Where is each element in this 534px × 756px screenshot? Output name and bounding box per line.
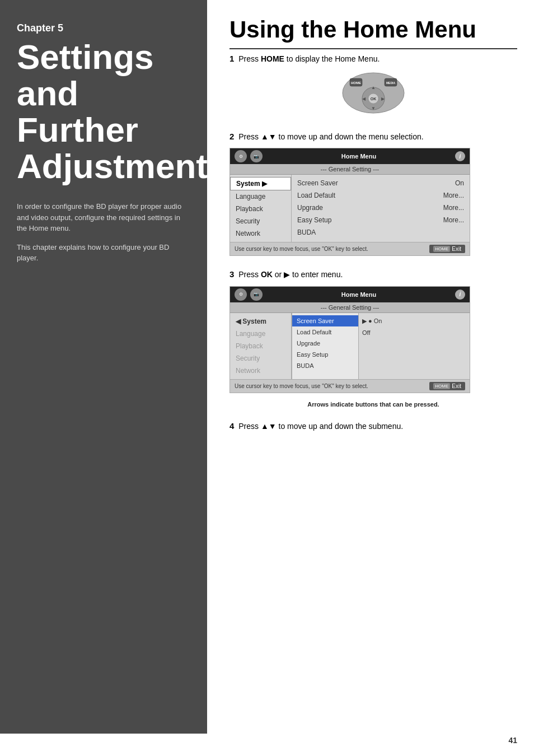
menu-item-language-2[interactable]: Language xyxy=(230,328,291,340)
menu-item-security[interactable]: Security xyxy=(230,215,291,227)
submenu-screensaver[interactable]: Screen Saver xyxy=(292,315,358,326)
menu-right-1: Screen SaverOn Load DefaultMore... Upgra… xyxy=(292,175,470,242)
home-badge-1: HOME xyxy=(433,246,450,252)
menu-footer-2: Use cursor key to move focus, use "OK" k… xyxy=(230,379,470,393)
menu-screenshot-2: ⚙ 📷 Home Menu i --- General Setting --- … xyxy=(229,286,470,393)
svg-text:▲: ▲ xyxy=(371,85,376,90)
submenu-easysetup[interactable]: Easy Setup xyxy=(292,349,358,360)
arrows-note: Arrows indicate buttons that can be pres… xyxy=(229,401,517,408)
step1-text: 1 Press HOME to display the Home Menu. xyxy=(229,53,517,65)
menu-right-upgrade: UpgradeMore... xyxy=(292,202,470,214)
submenu-val-off: Off xyxy=(359,327,398,338)
page-number: 41 xyxy=(508,736,517,745)
svg-text:▶: ▶ xyxy=(381,96,385,101)
menu-exit-2[interactable]: HOME Exit xyxy=(429,382,465,390)
menu-header-2: ⚙ 📷 Home Menu i xyxy=(230,287,470,302)
step-3: 3 Press OK or ▶ to enter menu. ⚙ 📷 Home … xyxy=(229,268,517,408)
step3-text: 3 Press OK or ▶ to enter menu. xyxy=(229,268,517,281)
menu-item-language[interactable]: Language xyxy=(230,190,291,203)
chapter-title: Settings and Further Adjustments xyxy=(17,39,190,184)
menu-item-system[interactable]: System ▶ xyxy=(230,177,291,190)
menu-submenu: Screen Saver Load Default Upgrade Easy S… xyxy=(292,313,359,379)
menu-item-network[interactable]: Network xyxy=(230,227,291,240)
menu-info-icon-2: i xyxy=(455,290,465,300)
menu-title-1: Home Menu xyxy=(341,153,376,160)
menu-item-playback-2[interactable]: Playback xyxy=(230,340,291,352)
menu-footer-1: Use cursor key to move focus, use "OK" k… xyxy=(230,242,470,255)
menu-footer-text-1: Use cursor key to move focus, use "OK" k… xyxy=(235,246,368,252)
menu-item-playback[interactable]: Playback xyxy=(230,203,291,215)
menu-screenshot-1: ⚙ 📷 Home Menu i --- General Setting --- … xyxy=(229,148,470,256)
menu-content-1: System ▶ Language Playback Security Netw… xyxy=(230,175,470,242)
menu-right-loaddefault: Load DefaultMore... xyxy=(292,189,470,202)
left-column: Chapter 5 Settings and Further Adjustmen… xyxy=(0,0,207,734)
menu-right-screensaver: Screen SaverOn xyxy=(292,177,470,189)
section-title: Using the Home Menu xyxy=(229,17,517,49)
step-2: 2 Press ▲▼ to move up and down the menu … xyxy=(229,130,517,256)
submenu-upgrade[interactable]: Upgrade xyxy=(292,338,358,349)
chapter-label: Chapter 5 xyxy=(17,22,190,34)
submenu-loaddefault[interactable]: Load Default xyxy=(292,326,358,338)
menu-header-1: ⚙ 📷 Home Menu i xyxy=(230,148,470,164)
submenu-val-on: ▶ ● On xyxy=(359,315,398,327)
menu-right-buda: BUDA xyxy=(292,226,470,239)
menu-icon-camera: 📷 xyxy=(250,150,263,162)
menu-footer-text-2: Use cursor key to move focus, use "OK" k… xyxy=(235,383,368,389)
submenu-buda[interactable]: BUDA xyxy=(292,360,358,371)
menu-general-2: --- General Setting --- xyxy=(230,302,470,313)
menu-left-1: System ▶ Language Playback Security Netw… xyxy=(230,175,292,242)
chapter-desc-1: In order to configure the BD player for … xyxy=(17,201,190,234)
menu-item-system-2[interactable]: ◀ System xyxy=(230,315,291,328)
step2-text: 2 Press ▲▼ to move up and down the menu … xyxy=(229,130,517,143)
menu-sub-content: ◀ System Language Playback Security Netw… xyxy=(230,313,470,379)
svg-text:MEDIA: MEDIA xyxy=(386,81,396,85)
svg-text:◀: ◀ xyxy=(362,96,366,101)
menu-info-icon: i xyxy=(455,151,465,161)
menu-icon-camera-2: 📷 xyxy=(250,288,263,301)
svg-text:OK: OK xyxy=(371,97,377,101)
step-1: 1 Press HOME to display the Home Menu. H… xyxy=(229,53,517,118)
remote-illustration: HOME MEDIA OK ▲ ▼ ◀ ▶ xyxy=(340,71,407,118)
menu-icon-settings-2: ⚙ xyxy=(235,288,247,301)
menu-icon-settings: ⚙ xyxy=(235,150,247,162)
menu-item-network-2[interactable]: Network xyxy=(230,365,291,377)
menu-exit-1[interactable]: HOME Exit xyxy=(429,245,465,253)
svg-text:▼: ▼ xyxy=(371,106,376,111)
menu-item-security-2[interactable]: Security xyxy=(230,352,291,365)
menu-title-2: Home Menu xyxy=(341,291,376,298)
menu-right-easysetup: Easy SetupMore... xyxy=(292,214,470,226)
step-4: 4 Press ▲▼ to move up and down the subme… xyxy=(229,420,517,432)
home-badge-2: HOME xyxy=(433,383,450,389)
menu-sub-values: ▶ ● On Off xyxy=(359,313,398,379)
step4-text: 4 Press ▲▼ to move up and down the subme… xyxy=(229,420,517,432)
menu-header-icons-2: ⚙ 📷 xyxy=(235,288,263,301)
menu-header-icons: ⚙ 📷 xyxy=(235,150,263,162)
right-column: Using the Home Menu 1 Press HOME to disp… xyxy=(218,0,534,461)
remote-svg: HOME MEDIA OK ▲ ▼ ◀ ▶ xyxy=(340,71,407,115)
menu-general-1: --- General Setting --- xyxy=(230,164,470,175)
menu-left-2: ◀ System Language Playback Security Netw… xyxy=(230,313,292,379)
svg-text:HOME: HOME xyxy=(351,81,361,85)
chapter-desc-2: This chapter explains how to configure y… xyxy=(17,242,190,264)
